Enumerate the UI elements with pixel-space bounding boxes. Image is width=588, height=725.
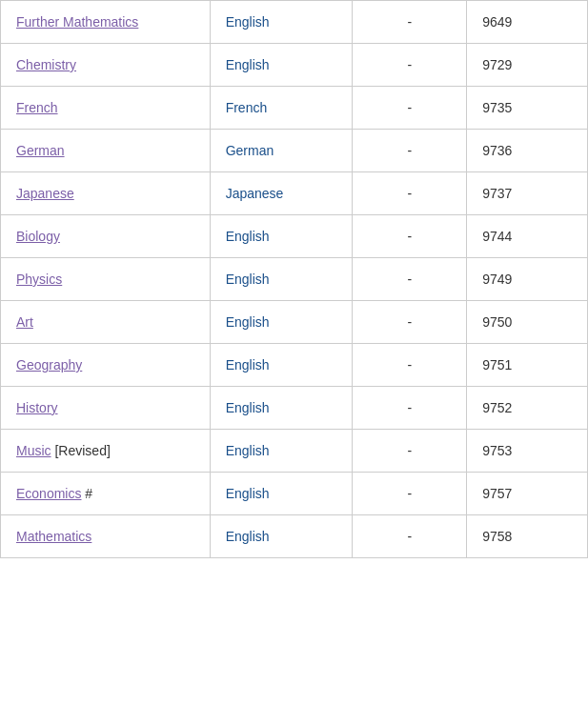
subject-cell: German xyxy=(1,130,211,172)
language-cell: English xyxy=(210,258,353,301)
dash-cell: - xyxy=(353,473,467,515)
table-row: BiologyEnglish-9744 xyxy=(1,215,588,258)
language-cell: French xyxy=(210,87,353,130)
subject-link[interactable]: Mathematics xyxy=(16,529,91,544)
dash-cell: - xyxy=(353,172,467,215)
code-cell: 9736 xyxy=(467,130,588,172)
dash-cell: - xyxy=(353,130,467,172)
subject-link[interactable]: Biology xyxy=(16,229,60,244)
language-cell: Japanese xyxy=(210,172,353,215)
subject-cell: Physics xyxy=(1,258,211,301)
language-cell: English xyxy=(210,215,353,258)
table-row: PhysicsEnglish-9749 xyxy=(1,258,588,301)
table-row: ArtEnglish-9750 xyxy=(1,301,588,344)
table-row: MathematicsEnglish-9758 xyxy=(1,515,588,558)
language-cell: English xyxy=(210,301,353,344)
table-row: JapaneseJapanese-9737 xyxy=(1,172,588,215)
code-cell: 9757 xyxy=(467,473,588,515)
code-cell: 9753 xyxy=(467,430,588,473)
code-cell: 9751 xyxy=(467,344,588,387)
subject-cell: Mathematics xyxy=(1,515,211,558)
subject-link[interactable]: Physics xyxy=(16,272,62,287)
code-cell: 9744 xyxy=(467,215,588,258)
code-cell: 9649 xyxy=(467,1,588,44)
code-cell: 9749 xyxy=(467,258,588,301)
dash-cell: - xyxy=(353,344,467,387)
subject-link[interactable]: Japanese xyxy=(16,186,74,201)
subject-cell: Japanese xyxy=(1,172,211,215)
subject-suffix: [Revised] xyxy=(51,443,111,458)
subject-link[interactable]: Economics xyxy=(16,486,81,501)
dash-cell: - xyxy=(353,387,467,430)
code-cell: 9752 xyxy=(467,387,588,430)
subject-link[interactable]: Chemistry xyxy=(16,57,76,72)
subject-link[interactable]: Geography xyxy=(16,357,82,373)
dash-cell: - xyxy=(353,44,467,87)
table-row: GermanGerman-9736 xyxy=(1,130,588,172)
subject-link[interactable]: German xyxy=(16,143,65,158)
subject-link[interactable]: Art xyxy=(16,314,33,330)
language-cell: German xyxy=(210,130,353,172)
table-row: FrenchFrench-9735 xyxy=(1,87,588,130)
subjects-table: Further MathematicsEnglish-9649Chemistry… xyxy=(0,0,588,558)
subject-cell: Economics # xyxy=(1,473,211,515)
table-row: GeographyEnglish-9751 xyxy=(1,344,588,387)
language-cell: English xyxy=(210,515,353,558)
table-row: ChemistryEnglish-9729 xyxy=(1,44,588,87)
dash-cell: - xyxy=(353,1,467,44)
dash-cell: - xyxy=(353,301,467,344)
subject-link[interactable]: Further Mathematics xyxy=(16,14,138,30)
subject-cell: Art xyxy=(1,301,211,344)
dash-cell: - xyxy=(353,87,467,130)
subject-cell: Further Mathematics xyxy=(1,1,211,44)
code-cell: 9729 xyxy=(467,44,588,87)
subject-cell: History xyxy=(1,387,211,430)
code-cell: 9758 xyxy=(467,515,588,558)
language-cell: English xyxy=(210,387,353,430)
code-cell: 9735 xyxy=(467,87,588,130)
table-row: Economics #English-9757 xyxy=(1,473,588,515)
language-cell: English xyxy=(210,1,353,44)
table-row: HistoryEnglish-9752 xyxy=(1,387,588,430)
subject-link[interactable]: French xyxy=(16,100,58,115)
code-cell: 9750 xyxy=(467,301,588,344)
language-cell: English xyxy=(210,344,353,387)
subject-link[interactable]: History xyxy=(16,400,58,415)
table-row: Music [Revised]English-9753 xyxy=(1,430,588,473)
subject-cell: French xyxy=(1,87,211,130)
subject-link[interactable]: Music xyxy=(16,443,51,458)
subject-cell: Music [Revised] xyxy=(1,430,211,473)
table-row: Further MathematicsEnglish-9649 xyxy=(1,1,588,44)
dash-cell: - xyxy=(353,258,467,301)
subject-cell: Chemistry xyxy=(1,44,211,87)
subject-cell: Geography xyxy=(1,344,211,387)
language-cell: English xyxy=(210,44,353,87)
language-cell: English xyxy=(210,430,353,473)
dash-cell: - xyxy=(353,215,467,258)
subject-cell: Biology xyxy=(1,215,211,258)
code-cell: 9737 xyxy=(467,172,588,215)
subject-suffix: # xyxy=(81,486,92,501)
dash-cell: - xyxy=(353,430,467,473)
dash-cell: - xyxy=(353,515,467,558)
language-cell: English xyxy=(210,473,353,515)
